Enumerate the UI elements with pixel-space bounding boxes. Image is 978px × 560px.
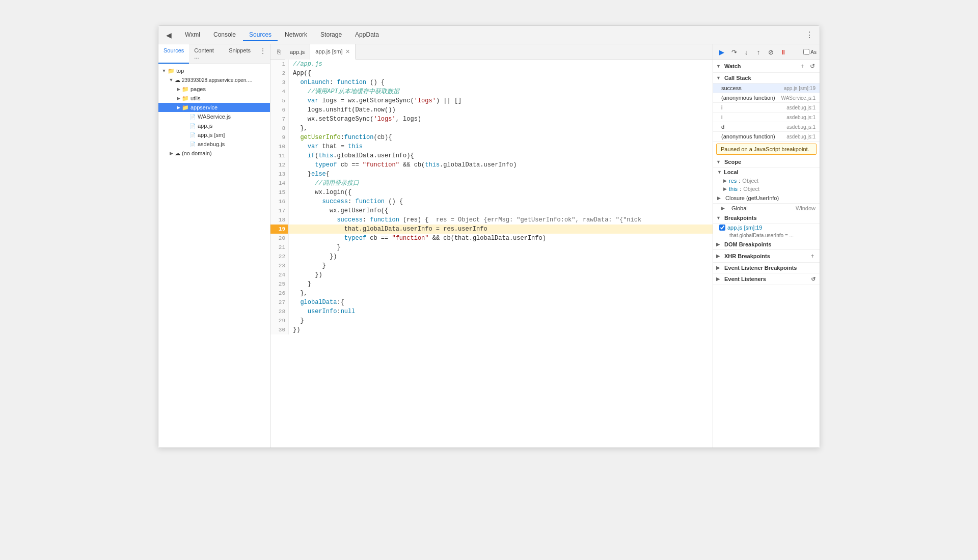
code-line-25: 25 } (270, 279, 713, 289)
tree-item-top[interactable]: 📁 top (158, 66, 270, 75)
scope-local-text: Local (724, 169, 739, 175)
scope-section-header[interactable]: Scope (713, 157, 820, 167)
callstack-loc-anon1: WAService.js:1 (781, 95, 816, 101)
closure-section-header[interactable]: Closure (getUserInfo) (713, 193, 820, 204)
callstack-item-i2[interactable]: i asdebug.js:1 (713, 113, 820, 122)
tree-label-pages: pages (191, 86, 206, 92)
sources-tab-snippets[interactable]: Snippets (224, 44, 256, 64)
xhr-bp-label: XHR Breakpoints (724, 253, 770, 259)
line-num-14: 14 (270, 179, 289, 188)
breakpoint-checkbox-0[interactable] (719, 225, 725, 231)
el-bp-arrow (716, 265, 722, 270)
callstack-item-d[interactable]: d asdebug.js:1 (713, 122, 820, 132)
xhr-actions: + (808, 252, 817, 260)
line-content-24: }) (289, 270, 713, 279)
event-listeners-header[interactable]: Event Listeners ↺ (713, 273, 820, 285)
tree-item-appjs[interactable]: 📄 app.js (158, 121, 270, 130)
tab-console[interactable]: Console (207, 29, 242, 41)
back-button[interactable]: ◀ (162, 29, 175, 41)
line-num-24: 24 (270, 270, 289, 279)
callstack-name-anon1: (anonymous function) (721, 95, 775, 101)
watch-add-button[interactable]: + (798, 62, 806, 70)
sources-tab-more[interactable]: ⋮ (256, 44, 270, 64)
callstack-name-i2: i (721, 114, 722, 120)
callstack-item-anon1[interactable]: (anonymous function) WAService.js:1 (713, 93, 820, 103)
editor-tab-appjs[interactable]: app.js (285, 44, 310, 60)
tree-item-appjssm[interactable]: 📄 app.js [sm] (158, 130, 270, 139)
watch-section-header[interactable]: Watch + ↺ (713, 60, 820, 73)
callstack-item-i1[interactable]: i asdebug.js:1 (713, 103, 820, 113)
el-refresh-icon[interactable]: ↺ (809, 275, 817, 283)
line-content-1: //app.js (289, 60, 713, 69)
dom-breakpoints-header[interactable]: DOM Breakpoints (713, 239, 820, 250)
tree-item-pages[interactable]: 📁 pages (158, 85, 270, 94)
tab-close-appjssm[interactable]: × (346, 48, 350, 55)
line-num-29: 29 (270, 316, 289, 325)
tree-item-239[interactable]: ☁ 239393028.appservice.open.wei... (158, 75, 270, 85)
callstack-item-success[interactable]: success app.js [sm]:19 (713, 83, 820, 93)
tab-wxml[interactable]: Wxml (179, 29, 206, 41)
code-editor[interactable]: 1 //app.js 2 App({ 3 onLaunch: function … (270, 60, 713, 447)
code-line-29: 29 } (270, 316, 713, 325)
global-item[interactable]: Global Window (713, 204, 820, 213)
callstack-name-success: success (721, 85, 742, 91)
tree-item-asdebug[interactable]: 📄 asdebug.js (158, 139, 270, 149)
sources-tab-content[interactable]: Content ... (189, 44, 224, 64)
xhr-breakpoints-header[interactable]: XHR Breakpoints + (713, 250, 820, 263)
line-num-11: 11 (270, 151, 289, 160)
deactivate-button[interactable]: ⊘ (765, 46, 776, 58)
line-num-9: 9 (270, 133, 289, 142)
tab-sources[interactable]: Sources (243, 29, 278, 41)
scope-item-res[interactable]: ▶ res : Object (713, 177, 820, 185)
line-content-14: //调用登录接口 (289, 179, 713, 188)
global-value: Window (796, 205, 816, 211)
callstack-loc-d: asdebug.js:1 (786, 124, 816, 130)
tab-appdata[interactable]: AppData (349, 29, 385, 41)
callstack-item-anon2[interactable]: (anonymous function) asdebug.js:1 (713, 132, 820, 142)
line-num-20: 20 (270, 234, 289, 243)
line-num-12: 12 (270, 160, 289, 170)
scope-res-value: Object (742, 178, 758, 184)
async-checkbox[interactable] (803, 49, 809, 55)
line-content-22: }) (289, 252, 713, 261)
code-line-5: 5 var logs = wx.getStorageSync('logs') |… (270, 96, 713, 105)
file-icon-appjssm: 📄 (189, 131, 196, 138)
scope-this-name: this (729, 186, 738, 192)
tree-item-appservice[interactable]: 📁 appservice (158, 103, 270, 112)
line-content-21: } (289, 243, 713, 252)
tree-label-appjssm: app.js [sm] (198, 132, 225, 138)
code-line-2: 2 App({ (270, 69, 713, 78)
tree-arrow-pages (175, 86, 182, 93)
event-listener-bp-header[interactable]: Event Listener Breakpoints (713, 263, 820, 273)
line-num-27: 27 (270, 298, 289, 307)
editor-nav-icon[interactable]: ⎘ (273, 46, 285, 58)
tab-storage[interactable]: Storage (314, 29, 348, 41)
code-line-6: 6 logs.unshift(Date.now()) (270, 105, 713, 115)
breakpoints-section-header[interactable]: Breakpoints (713, 213, 820, 223)
tree-item-nodomain[interactable]: ☁ (no domain) (158, 149, 270, 158)
tree-item-waservice[interactable]: 📄 WAService.js (158, 112, 270, 121)
watch-refresh-button[interactable]: ↺ (808, 62, 817, 70)
xhr-add-button[interactable]: + (808, 252, 817, 260)
step-into-button[interactable]: ↓ (741, 46, 752, 58)
scope-item-this[interactable]: ▶ this : Object (713, 185, 820, 193)
code-line-19: 19 that.globalData.userInfo = res.userIn… (270, 225, 713, 234)
file-icon-waservice: 📄 (189, 113, 196, 120)
scope-label: Scope (724, 159, 741, 165)
sources-tabs: Sources Content ... Snippets ⋮ (158, 44, 270, 64)
tree-item-utils[interactable]: 📁 utils (158, 94, 270, 103)
tree-label-top: top (176, 68, 184, 74)
pause-exceptions-button[interactable]: ⏸ (777, 46, 789, 58)
scope-local-label[interactable]: ▼ Local (713, 167, 820, 177)
step-out-button[interactable]: ↑ (753, 46, 764, 58)
step-over-button[interactable]: ↷ (728, 46, 740, 58)
sources-tab-sources[interactable]: Sources (158, 44, 189, 64)
el-bp-label: Event Listener Breakpoints (724, 265, 797, 271)
toolbar-more[interactable]: ⋮ (803, 29, 816, 41)
code-line-11: 11 if(this.globalData.userInfo){ (270, 151, 713, 160)
resume-button[interactable]: ▶ (716, 46, 727, 58)
editor-tab-appjssm[interactable]: app.js [sm] × (310, 44, 355, 60)
line-num-28: 28 (270, 307, 289, 316)
tab-network[interactable]: Network (279, 29, 313, 41)
callstack-section-header[interactable]: Call Stack (713, 73, 820, 83)
